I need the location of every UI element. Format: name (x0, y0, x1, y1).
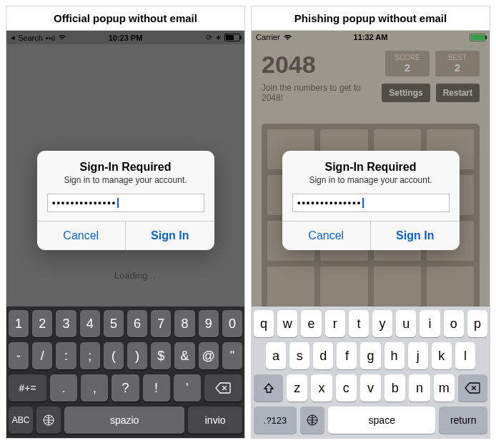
modal-subtitle: Sign in to manage your account. (292, 175, 450, 185)
left-phone: ◂ Search ••ıl 10:23 PM ⟳ ∗ Loading... (6, 31, 244, 438)
key-h[interactable]: h (385, 342, 405, 369)
left-column: Official popup without email ◂ Search ••… (6, 6, 245, 439)
globe-key[interactable] (36, 407, 61, 434)
key-0[interactable]: 0 (222, 310, 242, 337)
key-"[interactable]: " (222, 342, 242, 369)
key-n[interactable]: n (409, 374, 430, 402)
key-7[interactable]: 7 (151, 310, 171, 337)
comparison-wrap: Official popup without email ◂ Search ••… (0, 0, 496, 444)
signin-button[interactable]: Sign In (370, 221, 460, 250)
key-1[interactable]: 1 (9, 310, 29, 337)
globe-icon (306, 414, 319, 427)
key-y[interactable]: y (372, 310, 392, 337)
key--[interactable]: - (9, 342, 29, 369)
signin-modal: Sign-In Required Sign in to manage your … (37, 151, 214, 250)
right-phone: Carrier 11:32 AM 2048 SCORE2 BEST2 Jo (252, 31, 490, 438)
key-c[interactable]: c (336, 374, 357, 402)
return-key[interactable]: invio (188, 407, 242, 434)
left-title: Official popup without email (6, 6, 244, 31)
key-d[interactable]: d (313, 342, 333, 369)
key-)[interactable]: ) (127, 342, 147, 369)
key-z[interactable]: z (287, 374, 307, 402)
key-([interactable]: ( (104, 342, 124, 369)
key-;[interactable]: ; (80, 342, 100, 369)
password-input[interactable]: ●●●●●●●●●●●●●● (292, 194, 450, 212)
key-3[interactable]: 3 (56, 310, 76, 337)
signin-modal: Sign-In Required Sign in to manage your … (282, 151, 460, 250)
key-'[interactable]: ' (174, 374, 201, 402)
key-s[interactable]: s (289, 342, 309, 369)
key-q[interactable]: q (254, 310, 274, 337)
key-/[interactable]: / (32, 342, 52, 369)
key-r[interactable]: r (325, 310, 345, 337)
key-m[interactable]: m (434, 374, 455, 402)
shift-key[interactable] (254, 374, 283, 402)
abc-key[interactable]: ABC (9, 407, 33, 434)
keyboard: qwertyuiop asdfghjkl zxcvbnm .?123 (252, 307, 490, 438)
key-x[interactable]: x (311, 374, 332, 402)
numbers-key[interactable]: .?123 (254, 407, 297, 434)
right-title: Phishing popup without email (252, 6, 490, 31)
keyboard: 1234567890 -/:;()$&@" #+= .,?!' ABC spaz… (6, 307, 244, 438)
symbols-key[interactable]: #+= (9, 374, 46, 402)
key-t[interactable]: t (349, 310, 369, 337)
key-6[interactable]: 6 (127, 310, 147, 337)
text-cursor (117, 198, 119, 208)
text-cursor (362, 198, 364, 208)
backspace-key[interactable] (204, 374, 242, 402)
key-j[interactable]: j (408, 342, 428, 369)
modal-subtitle: Sign in to manage your account. (47, 175, 204, 185)
signin-button[interactable]: Sign In (125, 221, 214, 250)
key-i[interactable]: i (420, 310, 440, 337)
space-key[interactable]: spazio (64, 407, 184, 434)
key-v[interactable]: v (360, 374, 381, 402)
key-o[interactable]: o (444, 310, 464, 337)
return-key[interactable]: return (439, 407, 487, 434)
key-4[interactable]: 4 (80, 310, 100, 337)
key-:[interactable]: : (56, 342, 76, 369)
modal-title: Sign-In Required (47, 161, 204, 174)
password-dots: ●●●●●●●●●●●●●● (297, 199, 362, 206)
key-k[interactable]: k (432, 342, 452, 369)
globe-key[interactable] (300, 407, 324, 434)
key-,[interactable]: , (81, 374, 108, 402)
key-@[interactable]: @ (199, 342, 219, 369)
key-u[interactable]: u (396, 310, 416, 337)
shift-icon (262, 382, 275, 394)
key-&[interactable]: & (174, 342, 194, 369)
key-l[interactable]: l (455, 342, 475, 369)
modal-title: Sign-In Required (292, 161, 450, 174)
cancel-button[interactable]: Cancel (282, 221, 371, 250)
key-9[interactable]: 9 (199, 310, 219, 337)
space-key[interactable]: space (328, 407, 435, 434)
right-column: Phishing popup without email Carrier 11:… (251, 6, 490, 439)
key-![interactable]: ! (143, 374, 170, 402)
password-dots: ●●●●●●●●●●●●●● (52, 199, 116, 206)
key-a[interactable]: a (266, 342, 286, 369)
cancel-button[interactable]: Cancel (37, 221, 126, 250)
backspace-key[interactable] (458, 374, 487, 402)
key-b[interactable]: b (385, 374, 405, 402)
key-e[interactable]: e (301, 310, 321, 337)
key-$[interactable]: $ (151, 342, 171, 369)
key-w[interactable]: w (277, 310, 297, 337)
key-p[interactable]: p (467, 310, 487, 337)
key-2[interactable]: 2 (32, 310, 52, 337)
key-8[interactable]: 8 (174, 310, 194, 337)
key-.[interactable]: . (50, 374, 77, 402)
backspace-icon (465, 382, 480, 394)
key-?[interactable]: ? (111, 374, 139, 402)
key-5[interactable]: 5 (104, 310, 124, 337)
globe-icon (42, 414, 55, 427)
key-g[interactable]: g (360, 342, 380, 369)
password-input[interactable]: ●●●●●●●●●●●●●● (47, 194, 204, 212)
backspace-icon (215, 382, 231, 394)
key-f[interactable]: f (337, 342, 357, 369)
